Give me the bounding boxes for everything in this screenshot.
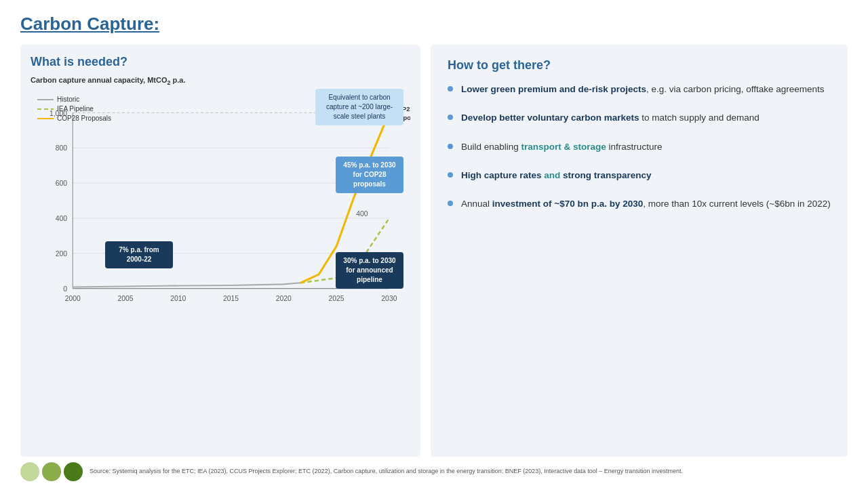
svg-text:600: 600: [56, 180, 68, 187]
bullet-dot-5: [448, 201, 453, 206]
bullet-bold-5: investment of ~$70 bn p.a. by 2030: [492, 199, 643, 209]
svg-text:400: 400: [356, 210, 368, 218]
page: Carbon Capture: What is needed? Carbon c…: [0, 0, 868, 488]
footer-circle-1: [20, 462, 39, 481]
left-panel: What is needed? Carbon capture annual ca…: [20, 45, 420, 457]
svg-text:2025: 2025: [329, 295, 344, 302]
bullet-item-3: Build enabling transport & storage infra…: [448, 140, 831, 154]
bullet-prefix-5: Annual: [461, 199, 492, 209]
bullet-dot-2: [448, 115, 453, 120]
svg-text:2010: 2010: [170, 295, 186, 302]
bullet-text-1: Lower green premium and de-risk projects…: [461, 83, 824, 96]
legend-iea: IEA Pipeline: [37, 105, 111, 113]
svg-text:2020: 2020: [276, 295, 292, 302]
chart-legend: Historic IEA Pipeline COP28 Proposals: [37, 96, 111, 124]
bullet-prefix-3: Build enabling: [461, 142, 521, 152]
legend-cop28: COP28 Proposals: [37, 115, 111, 122]
page-title: Carbon Capture:: [20, 14, 848, 35]
svg-text:0: 0: [63, 285, 67, 293]
legend-historic-label: Historic: [57, 96, 79, 103]
svg-text:800: 800: [56, 145, 68, 152]
bullet-text-5: Annual investment of ~$70 bn p.a. by 203…: [461, 197, 831, 211]
bullet-dot-1: [448, 86, 453, 92]
right-panel-title: How to get there?: [448, 58, 831, 73]
bullet-bold-2: Develop better voluntary carbon markets: [461, 113, 639, 123]
footer-circle-3: [64, 462, 83, 481]
bullet-item-5: Annual investment of ~$70 bn p.a. by 203…: [448, 197, 831, 211]
svg-text:400: 400: [56, 215, 68, 222]
bullet-dot-3: [448, 144, 453, 149]
bullet-list: Lower green premium and de-risk projects…: [448, 83, 831, 211]
bullet-teal-4: and: [542, 170, 564, 180]
svg-text:2000: 2000: [65, 295, 81, 302]
chart-subtitle: Carbon capture annual capacity, MtCO2 p.…: [31, 76, 410, 86]
svg-text:2005: 2005: [117, 295, 133, 302]
bullet-item-1: Lower green premium and de-risk projects…: [448, 83, 831, 96]
bullet-item-4: High capture rates and strong transparen…: [448, 169, 831, 182]
bullet-text-2: Develop better voluntary carbon markets …: [461, 111, 760, 125]
svg-text:200: 200: [56, 250, 68, 258]
bullet-dot-4: [448, 172, 453, 178]
main-content: What is needed? Carbon capture annual ca…: [20, 45, 848, 457]
callout-7pct: 7% p.a. from 2000-22: [105, 241, 173, 268]
bullet-normal-2: to match supply and demand: [639, 113, 760, 123]
legend-historic: Historic: [37, 96, 111, 103]
bullet-normal-1: , e.g. via carbon pricing, offtake agree…: [646, 84, 824, 94]
legend-cop28-label: COP28 Proposals: [57, 115, 111, 122]
bullet-suffix-3: infrastructure: [606, 142, 663, 152]
callout-45pct: 45% p.a. to 2030 for COP28 proposals: [336, 157, 403, 193]
footer: Source: Systemiq analysis for the ETC; I…: [20, 457, 848, 481]
right-panel: How to get there? Lower green premium an…: [431, 45, 848, 457]
bullet-bold-4a: High capture rates: [461, 170, 542, 180]
svg-text:2015: 2015: [223, 295, 239, 302]
footer-circles: [20, 462, 83, 481]
bullet-bold-1: Lower green premium and de-risk projects: [461, 84, 646, 94]
callout-equivalent: Equivalent to carbon capture at ~200 lar…: [315, 89, 403, 125]
svg-text:2030: 2030: [381, 295, 397, 302]
bullet-suffix-5: , more than 10x current levels (~$6bn in…: [643, 199, 831, 209]
chart-container: 0 200 400 600 800 1,000 2000 2005 2010 2…: [31, 89, 410, 312]
footer-source: Source: Systemiq analysis for the ETC; I…: [90, 468, 683, 474]
chart-area: Carbon capture annual capacity, MtCO2 p.…: [31, 76, 410, 312]
bullet-teal-3: transport & storage: [521, 142, 606, 152]
legend-iea-label: IEA Pipeline: [57, 105, 94, 113]
bullet-text-3: Build enabling transport & storage infra…: [461, 140, 662, 154]
bullet-text-4: High capture rates and strong transparen…: [461, 169, 652, 182]
bullet-item-2: Develop better voluntary carbon markets …: [448, 111, 831, 125]
footer-circle-2: [42, 462, 61, 481]
bullet-bold-4b: strong transparency: [563, 170, 652, 180]
footer-text: Source: Systemiq analysis for the ETC; I…: [90, 467, 683, 476]
callout-30pct: 30% p.a. to 2030 for announced pipeline: [336, 252, 403, 289]
left-panel-title: What is needed?: [31, 55, 410, 69]
